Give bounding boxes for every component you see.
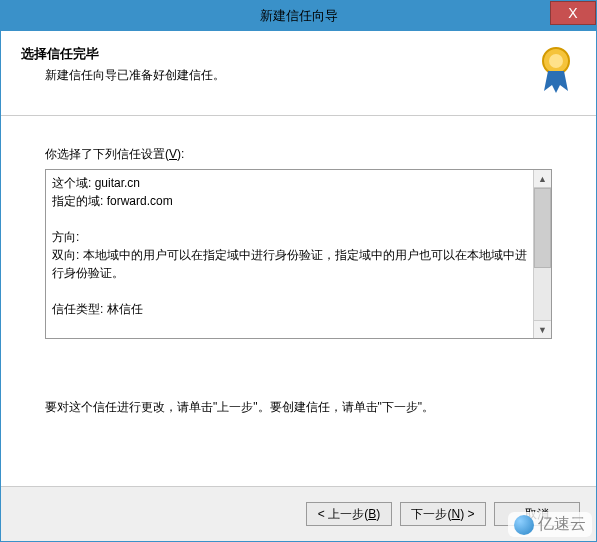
watermark-text: 亿速云 [538, 514, 586, 535]
watermark: 亿速云 [508, 512, 592, 537]
scrollbar[interactable]: ▲ ▼ [533, 170, 551, 338]
chevron-down-icon: ▼ [538, 325, 547, 335]
wizard-header: 选择信任完毕 新建信任向导已准备好创建信任。 [1, 31, 596, 116]
watermark-logo-icon [514, 515, 534, 535]
trust-settings-box: 这个域: guitar.cn 指定的域: forward.com 方向: 双向:… [45, 169, 552, 339]
wizard-window: 新建信任向导 X 选择信任完毕 新建信任向导已准备好创建信任。 你选择了下列信任… [0, 0, 597, 542]
trust-settings-text[interactable]: 这个域: guitar.cn 指定的域: forward.com 方向: 双向:… [46, 170, 533, 338]
close-button[interactable]: X [550, 1, 596, 25]
settings-label: 你选择了下列信任设置(V): [45, 146, 552, 163]
chevron-up-icon: ▲ [538, 174, 547, 184]
scroll-up-button[interactable]: ▲ [534, 170, 551, 188]
wizard-footer: < 上一步(B) 下一步(N) > 取消 [1, 486, 596, 541]
window-title: 新建信任向导 [1, 7, 596, 25]
svg-point-1 [549, 54, 563, 68]
wizard-content: 你选择了下列信任设置(V): 这个域: guitar.cn 指定的域: forw… [1, 116, 596, 486]
back-button[interactable]: < 上一步(B) [306, 502, 392, 526]
page-title: 选择信任完毕 [21, 45, 526, 63]
close-icon: X [568, 5, 577, 21]
instruction-text: 要对这个信任进行更改，请单击"上一步"。要创建信任，请单击"下一步"。 [45, 399, 552, 416]
award-ribbon-icon [536, 45, 576, 97]
scroll-down-button[interactable]: ▼ [534, 320, 551, 338]
scroll-thumb[interactable] [534, 188, 551, 268]
next-button[interactable]: 下一步(N) > [400, 502, 486, 526]
titlebar[interactable]: 新建信任向导 X [1, 1, 596, 31]
page-subtitle: 新建信任向导已准备好创建信任。 [45, 67, 526, 84]
scroll-track[interactable] [534, 188, 551, 320]
